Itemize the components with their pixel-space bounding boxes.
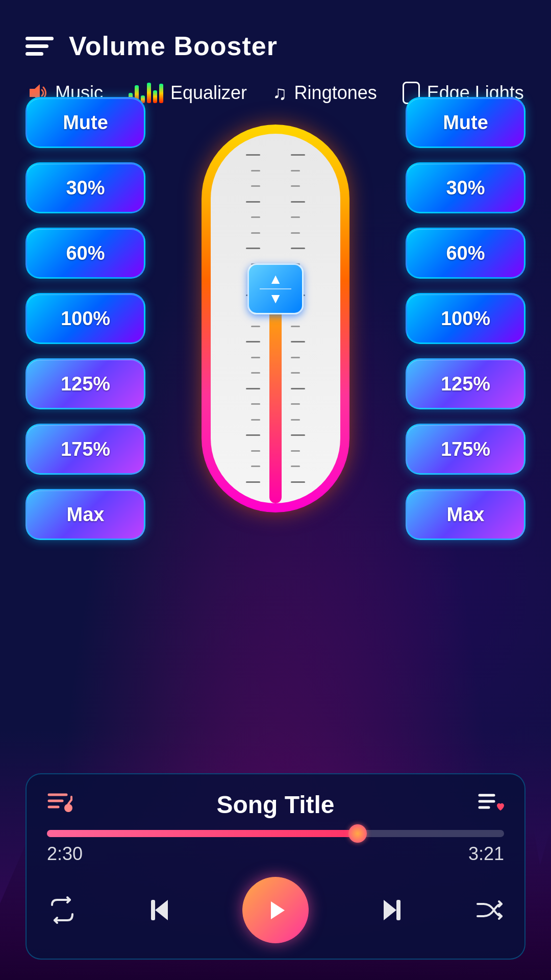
- arrow-up-icon: ▲: [268, 272, 283, 286]
- left-mute-button[interactable]: Mute: [26, 97, 145, 148]
- progress-bar[interactable]: [47, 830, 504, 837]
- tab-ringtones-label: Ringtones: [294, 82, 377, 104]
- thermometer-outer: ▲ ▼: [202, 125, 349, 512]
- main-volume-area: Mute 30% 60% 100% 125% 175% Max: [0, 109, 551, 528]
- svg-rect-14: [396, 900, 400, 920]
- volume-buttons-right: Mute 30% 60% 100% 125% 175% Max: [406, 97, 525, 540]
- player-top-row: Song Title: [47, 790, 504, 820]
- app-title: Volume Booster: [69, 31, 278, 61]
- player-panel: Song Title 2:30 3:21: [26, 773, 525, 960]
- song-title: Song Title: [216, 791, 334, 819]
- left-60-button[interactable]: 60%: [26, 228, 145, 279]
- right-100-button[interactable]: 100%: [406, 293, 525, 344]
- left-125-button[interactable]: 125%: [26, 358, 145, 409]
- thermometer-slider[interactable]: ▲ ▼: [202, 109, 349, 528]
- right-30-button[interactable]: 30%: [406, 162, 525, 213]
- play-button[interactable]: [242, 877, 309, 943]
- right-mute-button[interactable]: Mute: [406, 97, 525, 148]
- svg-rect-11: [151, 900, 155, 920]
- app-header: Volume Booster: [0, 0, 551, 77]
- repeat-button[interactable]: [47, 895, 78, 925]
- time-current: 2:30: [47, 843, 83, 865]
- svg-marker-12: [271, 901, 285, 919]
- right-60-button[interactable]: 60%: [406, 228, 525, 279]
- hamburger-menu[interactable]: [26, 37, 54, 56]
- tab-ringtones[interactable]: ♫ Ringtones: [272, 82, 377, 104]
- svg-marker-10: [155, 900, 168, 920]
- slider-divider: [260, 288, 291, 289]
- thermometer-inner: ▲ ▼: [211, 134, 340, 503]
- note-icon: ♫: [272, 82, 287, 104]
- svg-point-4: [64, 804, 72, 812]
- svg-marker-13: [384, 900, 396, 920]
- progress-thumb[interactable]: [348, 824, 367, 843]
- left-max-button[interactable]: Max: [26, 489, 145, 540]
- tab-equalizer[interactable]: Equalizer: [129, 82, 247, 104]
- right-125-button[interactable]: 125%: [406, 358, 525, 409]
- playback-controls: [47, 877, 504, 943]
- playlist-heart-icon[interactable]: [478, 790, 504, 820]
- right-max-button[interactable]: Max: [406, 489, 525, 540]
- shuffle-button[interactable]: [473, 895, 504, 925]
- arrow-down-icon: ▼: [268, 291, 283, 306]
- thermo-fill: [269, 300, 282, 503]
- progress-fill: [47, 830, 358, 837]
- volume-buttons-left: Mute 30% 60% 100% 125% 175% Max: [26, 97, 145, 540]
- left-30-button[interactable]: 30%: [26, 162, 145, 213]
- next-button[interactable]: [376, 895, 407, 925]
- left-100-button[interactable]: 100%: [26, 293, 145, 344]
- right-175-button[interactable]: 175%: [406, 424, 525, 475]
- time-row: 2:30 3:21: [47, 843, 504, 865]
- tab-equalizer-label: Equalizer: [170, 82, 247, 104]
- prev-button[interactable]: [145, 895, 176, 925]
- left-175-button[interactable]: 175%: [26, 424, 145, 475]
- slider-handle[interactable]: ▲ ▼: [247, 263, 304, 314]
- time-total: 3:21: [468, 843, 504, 865]
- playlist-icon[interactable]: [47, 790, 73, 820]
